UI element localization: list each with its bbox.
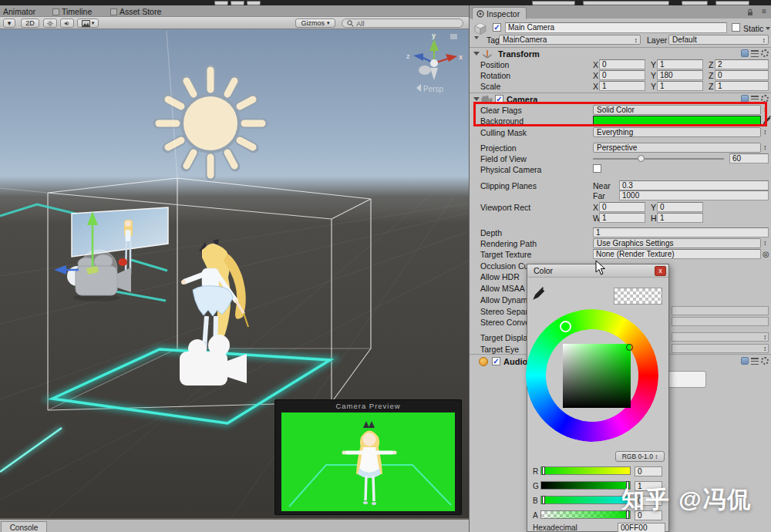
stereo-convergence-field[interactable] <box>672 317 769 326</box>
eyedropper-icon[interactable] <box>533 286 545 302</box>
updown-icon: ↕ <box>635 36 638 45</box>
tab-timeline[interactable]: Timeline <box>52 6 92 17</box>
rotation-x-field[interactable]: 0 <box>599 70 645 80</box>
hexadecimal-field[interactable]: 00FF00 <box>618 523 665 532</box>
speaker-icon <box>64 19 70 28</box>
axis-y-label[interactable]: y <box>432 32 436 39</box>
effects-dropdown-button[interactable]: ▾ <box>77 19 99 28</box>
position-x-field[interactable]: 0 <box>599 59 645 69</box>
updown-icon: ↕ <box>763 345 767 352</box>
sliders-icon[interactable] <box>751 50 759 57</box>
stereo-separation-field[interactable] <box>672 306 769 315</box>
step-button[interactable] <box>247 1 261 5</box>
presets-icon[interactable] <box>741 357 749 365</box>
slider-r-value[interactable]: 0 <box>635 466 662 476</box>
audio-header-icons[interactable] <box>741 357 769 365</box>
audio-enabled-checkbox[interactable]: ✓ <box>492 357 500 365</box>
target-display-dropdown[interactable] <box>672 332 769 342</box>
saturation-value-square[interactable] <box>563 344 631 408</box>
audio-toggle-button[interactable] <box>60 19 74 28</box>
slider-a[interactable] <box>540 510 631 519</box>
target-texture-field[interactable]: None (Render Texture) <box>593 249 761 259</box>
tab-inspector[interactable]: Inspector <box>472 7 527 19</box>
near-field[interactable]: 0.3 <box>619 180 769 190</box>
camera-fold-arrow[interactable] <box>473 97 480 101</box>
gameobject-cube-icon[interactable] <box>473 22 487 35</box>
tab-console[interactable]: Console <box>1 521 47 532</box>
slider-b-handle[interactable] <box>542 496 545 504</box>
culling-mask-dropdown[interactable]: Everything <box>593 127 761 137</box>
object-name-field[interactable]: Main Camera <box>505 22 727 33</box>
panel-menu-icon[interactable]: ≡ <box>762 7 766 15</box>
cutoff-button <box>682 1 708 5</box>
2d-toggle-button[interactable]: 2D <box>21 19 39 28</box>
rotation-y-field[interactable]: 180 <box>657 70 703 80</box>
slider-r-handle[interactable] <box>542 466 545 475</box>
gear-icon[interactable] <box>761 49 769 57</box>
object-picker-icon[interactable]: ◎ <box>763 250 769 258</box>
position-y-field[interactable]: 1 <box>657 59 703 69</box>
close-button[interactable]: x <box>655 266 666 276</box>
tab-animator[interactable]: Animator <box>3 6 35 17</box>
clipping-planes-label: Clipping Planes <box>480 181 537 190</box>
projection-dropdown[interactable]: Perspective <box>593 143 761 153</box>
scale-y-field[interactable]: 1 <box>657 81 703 91</box>
transform-title: Transform <box>498 49 540 59</box>
render-mode-dropdown[interactable]: ▾ <box>3 19 15 28</box>
layer-dropdown[interactable]: Default↕ <box>668 35 769 45</box>
gizmos-dropdown-button[interactable]: Gizmos▾ <box>295 19 335 28</box>
transform-header-icons[interactable] <box>741 49 769 57</box>
depth-field[interactable]: 1 <box>593 227 769 237</box>
transform-fold-arrow[interactable] <box>473 52 480 56</box>
fov-slider-track[interactable] <box>593 158 724 160</box>
viewport-x-field[interactable]: 0 <box>599 202 645 212</box>
layer-label: Layer <box>647 35 667 45</box>
bottom-status-bar: Console <box>0 518 469 532</box>
physical-camera-checkbox[interactable] <box>593 164 601 173</box>
scene-search-input[interactable]: All <box>342 19 463 28</box>
scene-view[interactable]: y x z Persp Camera Preview <box>0 29 469 518</box>
icon-picker-chevron[interactable] <box>474 36 479 39</box>
lighting-toggle-button[interactable] <box>43 19 57 28</box>
static-checkbox[interactable] <box>732 23 740 32</box>
persp-label[interactable]: Persp <box>423 85 444 93</box>
axis-z-label[interactable]: z <box>406 52 410 60</box>
allow-dynamic-label: Allow Dynam <box>480 295 527 305</box>
axis-x-label[interactable]: x <box>459 53 463 61</box>
rendering-path-dropdown[interactable]: Use Graphics Settings <box>593 238 761 248</box>
viewport-y-field[interactable]: 0 <box>657 202 703 212</box>
slider-b[interactable] <box>540 496 631 504</box>
lock-icon[interactable] <box>450 34 457 39</box>
active-checkbox[interactable]: ✓ <box>493 23 501 32</box>
position-z-field[interactable]: 2 <box>715 59 769 69</box>
target-eye-dropdown[interactable] <box>672 344 769 353</box>
pause-button[interactable] <box>231 1 244 5</box>
stereo-convergence-label: Stereo Conve <box>480 318 530 327</box>
far-field[interactable]: 1000 <box>619 190 769 200</box>
scale-x-field[interactable]: 1 <box>599 81 645 91</box>
x-letter: X <box>593 82 598 91</box>
slider-g[interactable] <box>540 481 631 490</box>
static-dropdown-chevron[interactable] <box>766 27 770 30</box>
fov-value-field[interactable]: 60 <box>729 153 769 163</box>
slider-r[interactable] <box>540 466 631 475</box>
scale-z-field[interactable]: 1 <box>715 81 769 91</box>
gear-icon[interactable] <box>761 357 769 365</box>
saturation-value-marker[interactable] <box>626 344 633 351</box>
sliders-icon[interactable] <box>751 358 759 365</box>
color-mode-dropdown[interactable]: RGB 0-1.0 ↕ <box>615 451 665 462</box>
tab-asset-store[interactable]: Asset Store <box>110 6 161 17</box>
cutoff-button <box>583 1 669 5</box>
lock-icon[interactable] <box>746 8 754 16</box>
viewport-w-field[interactable]: 1 <box>599 213 645 223</box>
tag-dropdown[interactable]: MainCamera↕ <box>499 35 641 45</box>
rendering-path-value: Use Graphics Settings <box>597 239 674 247</box>
mouse-cursor <box>595 260 606 276</box>
fov-slider-thumb[interactable] <box>638 155 645 162</box>
viewport-h-field[interactable]: 1 <box>657 213 703 223</box>
play-button[interactable] <box>214 1 228 5</box>
rotation-z-field[interactable]: 0 <box>715 70 769 80</box>
hue-marker[interactable] <box>560 321 571 332</box>
scale-label: Scale <box>480 82 500 91</box>
presets-icon[interactable] <box>741 49 749 57</box>
